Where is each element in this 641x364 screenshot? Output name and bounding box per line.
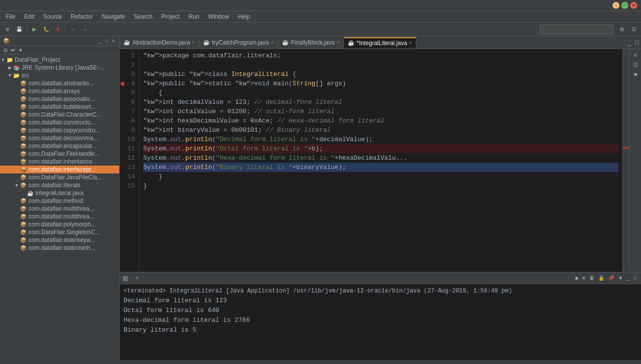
toolbar-save-button[interactable]: 💾 (14, 24, 25, 35)
tree-item-pkg-bubblesort[interactable]: 📦com.dataflair.bubblesort... (0, 103, 119, 111)
tree-item-pkg-literals[interactable]: ▼📦com.dataflair.literals (0, 181, 119, 189)
console-scroll-lock-button[interactable]: 🔒 (597, 275, 606, 281)
pe-link-button[interactable]: ⇄ (9, 47, 16, 53)
menu-item-project[interactable]: Project (157, 12, 183, 21)
tree-item-file-integralliteral[interactable]: ☕IntegralLiteral.java (0, 189, 119, 197)
tree-item-pkg-javafilecla[interactable]: 📦com.DataFlair.JavaFileCla... (0, 173, 119, 181)
tree-item-pkg-polymorph[interactable]: 📦com.dataflair.polymorph... (0, 220, 119, 228)
pe-maximize-button[interactable]: □ (103, 38, 109, 44)
tree-item-pkg-copyconstr[interactable]: 📦com.dataflair.copyconstru... (0, 126, 119, 134)
tab-finallyblock[interactable]: ☕FinallyBlock.java× (278, 38, 344, 48)
tree-node-label: com.DataFlair.FileHandlir... (28, 150, 99, 157)
tab-close-tab-integralliteral[interactable]: × (409, 40, 412, 46)
tree-node-label: com.dataflair.associatio... (28, 96, 95, 102)
tree-node-icon: 📦 (20, 182, 27, 189)
tree-node-icon: 📦 (20, 245, 27, 251)
gutter-error-mark (623, 147, 629, 148)
tree-node-icon: 📦 (20, 135, 27, 142)
minimize-button[interactable]: – (613, 2, 619, 9)
console-menu-button[interactable]: ▼ (616, 275, 624, 281)
pe-collapse-button[interactable]: ⊟ (2, 47, 9, 53)
left-panel: 📦 _ □ × ⊟ ⇄ ▼ ▼📁DataFlair_Project▶📚JRE S… (0, 36, 120, 360)
tree-node-label: com.dataflair.method (28, 197, 83, 204)
tree-item-jre-library[interactable]: ▶📚JRE System Library [JavaSE-... (0, 64, 119, 72)
tab-minimize-btn[interactable]: _ (626, 38, 633, 47)
tree-item-src[interactable]: ▼📂src (0, 72, 119, 79)
console-clear-button[interactable]: 🗑 (588, 275, 596, 281)
toolbar-back-button[interactable]: ← (68, 24, 78, 35)
menu-item-source[interactable]: Source (39, 12, 66, 21)
tab-label-tab-abstraction: AbstractionDemo.java (132, 39, 190, 46)
tab-trycatch[interactable]: ☕tryCatchProgram.java× (199, 38, 278, 48)
menu-item-file[interactable]: File (2, 12, 19, 21)
console-maximize-button[interactable]: □ (632, 275, 638, 281)
toolbar-separator (26, 24, 27, 34)
tab-label-tab-trycatch: tryCatchProgram.java (212, 39, 269, 46)
tree-node-label: com.dataflair.abstractio... (28, 80, 94, 87)
tree-item-pkg-staticmeth[interactable]: 📦com.dataflair.staticmeth... (0, 244, 119, 252)
tree-item-pkg-arrays[interactable]: 📦com.dataflair.arrays (0, 87, 119, 95)
toolbar-views-button[interactable]: ☰ (628, 24, 639, 35)
console-pin-button[interactable]: 📌 (607, 275, 615, 281)
tasks-button[interactable]: ☑ (632, 61, 639, 69)
menu-item-help[interactable]: Help (234, 12, 254, 21)
pe-minimize-button[interactable]: _ (97, 38, 103, 44)
pe-close-button[interactable]: × (110, 38, 116, 44)
editor-tabs: ☕AbstractionDemo.java×☕tryCatchProgram.j… (120, 36, 641, 49)
tree-item-pkg-characterc[interactable]: 📦com.DataFlair.CharacterC... (0, 111, 119, 119)
tree-item-pkg-constructo[interactable]: 📦com.dataflair.constructo... (0, 119, 119, 126)
tab-integralliteral[interactable]: ☕*IntegralLiteral.java× (344, 37, 416, 48)
menu-item-refactor[interactable]: Refactor (67, 12, 97, 21)
maximize-button[interactable]: □ (621, 2, 628, 9)
menu-item-search[interactable]: Search (130, 12, 156, 21)
menu-item-navigate[interactable]: Navigate (98, 12, 128, 21)
tab-close-tab-abstraction[interactable]: × (192, 40, 195, 45)
menu-item-window[interactable]: Window (204, 12, 233, 21)
toolbar-forward-button[interactable]: → (79, 24, 90, 35)
tree-node-label: com.dataflair.literals (28, 182, 80, 189)
tree-item-pkg-method[interactable]: 📦com.dataflair.method (0, 197, 119, 205)
toolbar-stop-button[interactable]: ■ (52, 24, 63, 35)
pe-menu-button[interactable]: ▼ (17, 47, 25, 53)
menu-item-edit[interactable]: Edit (20, 12, 38, 21)
tree-item-pkg-filehandlir[interactable]: 📦com.DataFlair.FileHandlir... (0, 150, 119, 158)
right-gutter (622, 49, 629, 272)
tree-item-pkg-inheritance[interactable]: 📦com.dataflair.inheritance... (0, 158, 119, 166)
outline-button[interactable]: ≡ (633, 51, 638, 59)
tree-item-pkg-multithread1[interactable]: 📦com.dataflair.multithrea... (0, 205, 119, 213)
quick-access-input[interactable] (540, 24, 614, 34)
tree-item-pkg-encapsulat[interactable]: 📦com.dataflair.encapsulat... (0, 142, 119, 150)
toolbar-new-button[interactable]: ⊕ (2, 24, 13, 35)
toolbar-perspective-button[interactable]: ⊞ (616, 24, 627, 35)
menu-item-run[interactable]: Run (184, 12, 203, 21)
tree-item-pkg-singletone[interactable]: 📦com.DataFlair.SingletonC... (0, 228, 119, 236)
tree-node-icon: 📦 (20, 206, 27, 212)
line-num-6: 6 (120, 97, 135, 107)
console-minimize-button[interactable]: _ (625, 275, 631, 281)
tree-node-label: com.dataflair.staticmeth... (28, 244, 95, 251)
tab-abstraction[interactable]: ☕AbstractionDemo.java× (120, 38, 199, 48)
tree-item-pkg-interfacepr[interactable]: 📦com.dataflair.interfacepr... (0, 166, 119, 173)
close-button[interactable]: × (630, 2, 637, 9)
tree-item-pkg-decisionma[interactable]: 📦com.dataflair.decisionma... (0, 134, 119, 142)
tree-node-icon: 📦 (20, 143, 27, 149)
toolbar-run-button[interactable]: ▶ (29, 24, 40, 35)
code-line-1: "kw">package com.dataflair.literals; (143, 51, 618, 60)
console-remove-button[interactable]: ✕ (580, 275, 587, 281)
tree-item-pkg-statickeyw[interactable]: 📦com.dataflair.statickeyw... (0, 236, 119, 244)
tree-item-pkg-association[interactable]: 📦com.dataflair.associatio... (0, 95, 119, 103)
bookmarks-button[interactable]: ⚑ (632, 71, 639, 79)
tab-close-tab-trycatch[interactable]: × (271, 40, 274, 45)
tab-maximize-btn[interactable]: □ (633, 38, 641, 47)
toolbar-debug-button[interactable]: 🐛 (41, 24, 51, 35)
tab-close-tab-finallyblock[interactable]: × (337, 40, 340, 45)
line-num-15: 15 (120, 181, 135, 191)
code-content[interactable]: "kw">package com.dataflair.literals; "kw… (139, 49, 622, 272)
tree-item-pkg-multithread2[interactable]: 📦com.dataflair.multithrea... (0, 213, 119, 220)
tab-controls: _□ (626, 38, 641, 47)
tree-node-icon: 📦 (20, 167, 27, 173)
tree-node-icon: 📦 (20, 221, 27, 228)
console-terminate-button[interactable]: ■ (573, 275, 579, 281)
tree-item-pkg-abstraction[interactable]: 📦com.dataflair.abstractio... (0, 79, 119, 87)
tree-item-dataflair-project[interactable]: ▼📁DataFlair_Project (0, 56, 119, 64)
